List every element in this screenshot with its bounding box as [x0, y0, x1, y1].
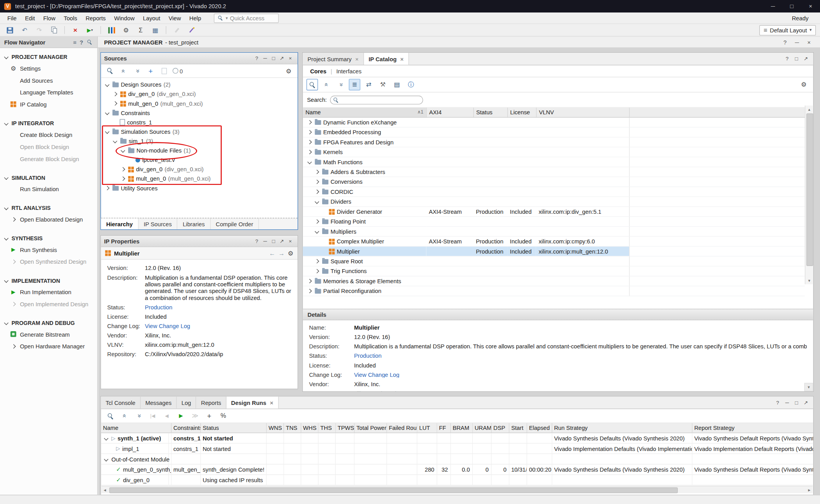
chevron-right-icon[interactable]	[307, 140, 312, 144]
catalog-row[interactable]: Trig Functions	[303, 266, 805, 276]
minimize-button[interactable]: ─	[763, 0, 782, 12]
tab-ip-catalog[interactable]: IP Catalog×	[364, 53, 409, 65]
catalog-row[interactable]: Partial Reconfiguration	[303, 286, 805, 296]
scroll-left-icon[interactable]: ◂	[102, 486, 108, 493]
tree-item[interactable]: mult_gen_0(mult_gen_0.xci)	[101, 174, 298, 183]
chevron-right-icon[interactable]	[113, 101, 117, 105]
search-icon[interactable]	[104, 65, 116, 76]
tree-item[interactable]: ipcore_test.v	[101, 155, 298, 165]
flow-section-header[interactable]: SIMULATION	[0, 172, 97, 183]
column-header-status[interactable]: Status	[200, 423, 266, 433]
column-header-constraints[interactable]: Constraints	[171, 423, 200, 433]
catalog-row[interactable]: Dynamic Function eXchange	[303, 117, 805, 127]
close-icon[interactable]: ×	[400, 56, 404, 62]
catalog-row[interactable]: FPGA Features and Design	[303, 137, 805, 147]
catalog-row[interactable]: Square Root	[303, 256, 805, 266]
catalog-row[interactable]: Conversions	[303, 177, 805, 186]
help-icon[interactable]: ?	[774, 400, 782, 406]
forward-icon[interactable]: →	[278, 250, 285, 256]
menu-file[interactable]: File	[3, 15, 21, 21]
tab-tcl-console[interactable]: Tcl Console	[101, 397, 141, 409]
flow-item-settings[interactable]: ⚙Settings	[0, 62, 97, 74]
flow-section-header[interactable]: IMPLEMENTATION	[0, 275, 97, 286]
tab-reports[interactable]: Reports	[196, 397, 226, 409]
maximize-icon[interactable]: □	[792, 400, 800, 406]
catalog-row[interactable]: Memories & Storage Elements	[303, 276, 805, 286]
menu-tools[interactable]: Tools	[60, 15, 82, 21]
tree-item[interactable]: sim_1(3)	[101, 137, 298, 146]
step-first-icon[interactable]: |◀	[147, 410, 158, 421]
flow-item-create-block-design[interactable]: Create Block Design	[0, 128, 97, 140]
tree-item[interactable]: Design Sources(2)	[101, 80, 298, 89]
settings-gear-icon[interactable]: ⚙	[283, 65, 294, 76]
chevron-right-icon[interactable]	[315, 170, 319, 174]
flow-item-add-sources[interactable]: Add Sources	[0, 74, 97, 86]
search-icon[interactable]	[307, 79, 318, 90]
save-icon[interactable]	[4, 24, 16, 35]
tree-item[interactable]: Constraints	[101, 108, 298, 117]
delete-icon[interactable]: ×	[70, 24, 81, 35]
column-header-axi4[interactable]: AXI4	[426, 108, 474, 117]
column-header-lut[interactable]: LUT	[417, 423, 437, 433]
undo-icon[interactable]: ↶	[19, 24, 30, 35]
open-file-icon[interactable]	[159, 65, 170, 76]
help-icon[interactable]: ?	[253, 238, 261, 244]
tree-item[interactable]: mult_gen_0(mult_gen_0.xci)	[101, 99, 298, 108]
compatibility-icon[interactable]: ⇄	[363, 79, 374, 90]
flow-item-ip-catalog[interactable]: IP Catalog	[0, 98, 97, 110]
help-icon[interactable]: ?	[783, 56, 791, 62]
column-header-ths[interactable]: THS	[318, 423, 335, 433]
scroll-right-icon[interactable]: ▸	[806, 486, 813, 493]
chevron-down-icon[interactable]	[315, 199, 319, 204]
maximize-icon[interactable]: □	[269, 55, 278, 61]
close-icon[interactable]: ×	[804, 39, 814, 45]
maximize-button[interactable]: □	[783, 0, 801, 12]
column-header-dsp[interactable]: DSP	[491, 423, 509, 433]
scroll-up-icon[interactable]: ▴	[806, 106, 813, 113]
float-icon[interactable]: ↗	[278, 55, 286, 61]
flow-item-open-implemented-design[interactable]: Open Implemented Design	[0, 298, 97, 310]
column-header-elapsed[interactable]: Elapsed	[527, 423, 552, 433]
column-header-failed-routes[interactable]: Failed Routes	[387, 423, 417, 433]
edit-icon[interactable]	[171, 24, 182, 35]
column-header-start[interactable]: Start	[509, 423, 527, 433]
column-header-tns[interactable]: TNS	[283, 423, 301, 433]
help-icon[interactable]: ?	[780, 39, 790, 45]
horizontal-scrollbar[interactable]: ◂ ▸	[102, 486, 813, 493]
collapse-all-icon[interactable]: «	[321, 79, 332, 90]
column-header-name[interactable]: Name	[101, 423, 171, 433]
help-icon[interactable]: ?	[253, 55, 261, 61]
close-icon[interactable]: ×	[286, 238, 294, 244]
gear-icon[interactable]: ⚙	[288, 250, 293, 256]
menu-window[interactable]: Window	[110, 15, 139, 21]
collapse-all-icon[interactable]: «	[118, 65, 129, 76]
percent-icon[interactable]: %	[217, 410, 229, 421]
close-icon[interactable]: ×	[355, 56, 359, 62]
tree-item[interactable]: Non-module Files(1)	[101, 146, 298, 155]
scroll-down-icon[interactable]: ▾	[806, 277, 813, 284]
redo-icon[interactable]: ↷	[34, 24, 45, 35]
expand-all-icon[interactable]: «	[133, 410, 144, 421]
chevron-right-icon[interactable]	[121, 176, 125, 181]
flow-section-header[interactable]: PROGRAM AND DEBUG	[0, 317, 97, 328]
properties-icon[interactable]: ▤	[391, 79, 403, 90]
flow-item-run-implementation[interactable]: ▶Run Implementation	[0, 286, 97, 298]
column-header-license[interactable]: License	[507, 108, 536, 117]
tree-item[interactable]: Simulation Sources(3)	[101, 127, 298, 136]
tab-ip-sources[interactable]: IP Sources	[139, 218, 178, 229]
column-header-bram[interactable]: BRAM	[450, 423, 472, 433]
chevron-right-icon[interactable]	[105, 186, 109, 190]
chevron-down-icon[interactable]	[105, 111, 109, 115]
group-by-hierarchy-icon[interactable]: ≣	[349, 79, 360, 90]
catalog-row[interactable]: Floating Point	[303, 217, 805, 226]
search-input[interactable]	[330, 95, 423, 104]
column-header-status[interactable]: Status	[473, 108, 507, 117]
column-header-ff[interactable]: FF	[437, 423, 450, 433]
menu-view[interactable]: View	[164, 15, 185, 21]
search-icon[interactable]	[87, 39, 93, 45]
catalog-row[interactable]: Complex MultiplierAXI4-StreamProductionI…	[303, 236, 805, 246]
catalog-row[interactable]: Dividers	[303, 197, 805, 206]
flow-item-open-synthesized-design[interactable]: Open Synthesized Design	[0, 256, 97, 268]
tab-compile-order[interactable]: Compile Order	[210, 218, 259, 229]
float-icon[interactable]: ↗	[802, 400, 810, 406]
